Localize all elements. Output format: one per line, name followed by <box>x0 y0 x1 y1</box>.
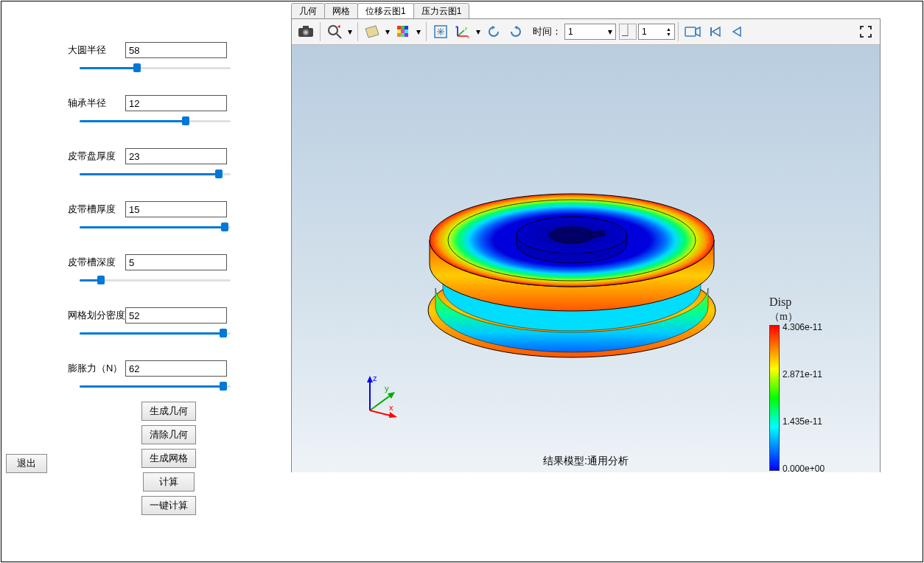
bearing-radius-label: 轴承半径 <box>68 97 125 110</box>
svg-rect-7 <box>401 26 405 29</box>
groove-thickness-slider[interactable] <box>80 220 231 234</box>
viewport: ▾ ▾ ▾ zyx ▾ <box>291 18 881 472</box>
fit-view-icon[interactable] <box>430 21 452 43</box>
viewport-canvas[interactable]: z y x Disp （m） 4.306e-11 2.871e-11 1.435… <box>292 45 880 472</box>
legend-bar <box>769 325 780 471</box>
view-tabs: 几何 网格 位移云图1 压力云图1 <box>291 3 469 19</box>
zoom-dropdown-icon[interactable]: ▾ <box>346 27 354 37</box>
svg-text:x: x <box>467 35 469 39</box>
zoom-icon[interactable] <box>323 21 346 43</box>
svg-rect-6 <box>397 26 401 29</box>
expansion-force-slider[interactable] <box>80 380 231 393</box>
mesh-density-input[interactable] <box>125 307 227 324</box>
svg-text:x: x <box>389 403 393 412</box>
cube-dropdown-icon[interactable]: ▾ <box>414 27 423 37</box>
plane-dropdown-icon[interactable]: ▾ <box>383 27 392 37</box>
skip-back-icon[interactable] <box>704 21 726 43</box>
svg-point-28 <box>550 227 594 243</box>
tab-mesh[interactable]: 网格 <box>324 3 358 19</box>
camera-icon[interactable] <box>295 21 317 43</box>
svg-line-18 <box>458 30 464 36</box>
exit-button[interactable]: 退出 <box>6 454 47 473</box>
record-icon[interactable] <box>682 21 704 43</box>
tab-pressure-cloud[interactable]: 压力云图1 <box>413 3 470 19</box>
plane-icon[interactable] <box>361 21 383 43</box>
axis-gizmo: z y x <box>357 374 401 418</box>
mesh-density-slider[interactable] <box>80 326 231 340</box>
svg-line-5 <box>337 34 341 38</box>
svg-text:z: z <box>455 24 458 29</box>
bearing-radius-input[interactable] <box>125 95 227 111</box>
svg-rect-11 <box>405 29 408 33</box>
legend-max: 4.306e-11 <box>783 322 822 332</box>
svg-text:y: y <box>465 26 467 30</box>
svg-rect-12 <box>397 33 401 37</box>
svg-rect-1 <box>303 26 309 29</box>
disc-thickness-slider[interactable] <box>80 167 231 181</box>
rotate-cw-icon[interactable] <box>505 21 527 43</box>
pulley-model <box>421 141 723 384</box>
bearing-radius-slider[interactable] <box>80 114 231 127</box>
frame-select[interactable]: 1▲▼ <box>638 24 675 40</box>
color-legend: Disp （m） 4.306e-11 2.871e-11 1.435e-11 0… <box>769 296 872 325</box>
axis-dropdown-icon[interactable]: ▾ <box>474 27 483 37</box>
rotate-ccw-icon[interactable] <box>483 21 505 43</box>
axis-orient-icon[interactable]: zyx <box>452 21 474 43</box>
tab-displacement-cloud[interactable]: 位移云图1 <box>357 3 414 19</box>
expansion-force-input[interactable] <box>125 360 227 377</box>
time-label: 时间： <box>533 25 561 38</box>
large-radius-slider[interactable] <box>80 61 231 74</box>
one-click-calculate-button[interactable]: 一键计算 <box>141 496 196 515</box>
svg-text:z: z <box>373 374 377 382</box>
svg-marker-30 <box>367 376 373 382</box>
generate-geometry-button[interactable]: 生成几何 <box>141 402 196 421</box>
viewport-toolbar: ▾ ▾ ▾ zyx ▾ <box>292 19 880 45</box>
disc-thickness-label: 皮带盘厚度 <box>68 150 125 163</box>
disc-thickness-input[interactable] <box>125 148 227 164</box>
groove-thickness-input[interactable] <box>125 201 227 217</box>
result-model-label: 结果模型:通用分析 <box>292 455 880 468</box>
large-radius-label: 大圆半径 <box>68 43 125 57</box>
fullscreen-icon[interactable] <box>855 21 877 43</box>
svg-rect-13 <box>401 33 405 37</box>
play-back-icon[interactable] <box>726 21 748 43</box>
svg-text:y: y <box>385 384 389 393</box>
mesh-density-label: 网格划分密度 <box>68 309 125 322</box>
svg-point-3 <box>304 31 307 34</box>
svg-point-4 <box>329 26 337 35</box>
time-select[interactable]: 1▾ <box>564 24 616 40</box>
svg-marker-36 <box>389 412 397 418</box>
cube-color-icon[interactable] <box>392 21 414 43</box>
tab-geometry[interactable]: 几何 <box>291 3 325 19</box>
generate-mesh-button[interactable]: 生成网格 <box>141 449 196 468</box>
clear-geometry-button[interactable]: 清除几何 <box>141 425 196 444</box>
groove-depth-input[interactable] <box>125 254 227 270</box>
svg-rect-14 <box>405 33 408 37</box>
legend-title: Disp <box>769 296 872 309</box>
calculate-button[interactable]: 计算 <box>143 472 195 492</box>
groove-thickness-label: 皮带槽厚度 <box>68 203 125 216</box>
legend-mid-high: 2.871e-11 <box>783 369 822 380</box>
svg-rect-8 <box>405 26 408 29</box>
parameter-panel: 大圆半径 轴承半径 皮带盘厚度 皮带槽厚度 <box>1 1 291 562</box>
svg-rect-10 <box>401 29 405 33</box>
large-radius-input[interactable] <box>125 42 227 58</box>
svg-rect-22 <box>685 27 696 36</box>
svg-marker-33 <box>388 392 395 399</box>
legend-mid-low: 1.435e-11 <box>783 416 822 427</box>
groove-depth-slider[interactable] <box>80 273 231 287</box>
svg-rect-9 <box>397 29 401 33</box>
groove-depth-label: 皮带槽深度 <box>68 256 125 269</box>
expansion-force-label: 膨胀力（N） <box>68 362 125 375</box>
stop-end-icon[interactable]: ⏌ <box>619 24 637 40</box>
